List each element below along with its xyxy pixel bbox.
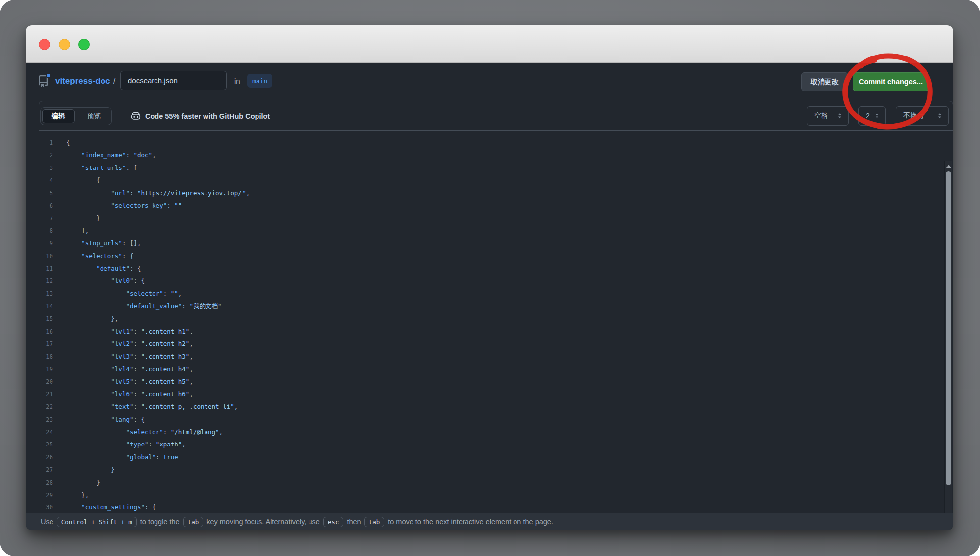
keyboard-shortcut-chip: esc (323, 517, 344, 527)
line-number: 23 (39, 413, 53, 426)
branch-badge[interactable]: main (247, 74, 272, 88)
code-line: 2 "index_name": "doc", (39, 149, 953, 161)
notification-dot (46, 73, 51, 78)
code-line: 4 { (39, 174, 953, 186)
line-number: 9 (39, 237, 53, 249)
code-lines: 1{2 "index_name": "doc",3 "start_urls": … (39, 131, 953, 526)
code-line: 9 "stop_urls": [], (39, 237, 953, 249)
edit-preview-tabs: 编辑 预览 (40, 107, 112, 125)
code-line: 13 "selector": "", (39, 287, 953, 300)
code-line: 6 "selectors_key": "" (39, 199, 953, 212)
line-number: 14 (39, 300, 53, 312)
line-number: 19 (39, 363, 53, 375)
close-window-button[interactable] (39, 39, 50, 50)
code-line: 19 "lvl4": ".content h4", (39, 363, 953, 375)
code-line: 28 } (39, 476, 953, 489)
line-number: 11 (39, 262, 53, 275)
code-line: 1{ (39, 136, 953, 149)
indent-mode-select[interactable]: 空格 (807, 106, 849, 126)
sort-arrows-icon (936, 112, 943, 119)
hint-text: to toggle the (140, 518, 180, 526)
hint-text: key moving focus. Alternatively, use (206, 518, 320, 526)
line-number: 16 (39, 325, 53, 337)
code-line: 30 "custom_settings": { (39, 501, 953, 513)
line-number: 20 (39, 375, 53, 388)
line-number: 17 (39, 337, 53, 350)
code-line: 22 "text": ".content p, .content li", (39, 400, 953, 413)
line-number: 24 (39, 426, 53, 438)
code-line: 17 "lvl2": ".content h2", (39, 337, 953, 350)
hint-text: to move to the next interactive element … (388, 518, 553, 526)
keyboard-shortcut-chip: tab (364, 517, 385, 527)
line-number: 22 (39, 400, 53, 413)
copilot-icon (130, 111, 141, 122)
code-line: 25 "type": "xpath", (39, 438, 953, 450)
code-line: 27 } (39, 463, 953, 476)
code-line: 8 ], (39, 224, 953, 237)
code-line: 29 }, (39, 489, 953, 501)
line-number: 12 (39, 275, 53, 287)
indent-size-select[interactable]: 2 (858, 106, 886, 126)
line-number: 7 (39, 212, 53, 224)
browser-window: vitepress-doc / in main 取消更改 Commit chan… (26, 25, 953, 530)
keyboard-shortcut-chip: tab (183, 517, 204, 527)
line-wrap-select[interactable]: 不换行 (896, 106, 949, 126)
editor-toolbar: 编辑 预览 Code 55% faster with GitHub Copilo… (39, 101, 953, 131)
hint-text: Use (41, 518, 53, 526)
line-number: 21 (39, 388, 53, 400)
editor-scrollbar[interactable] (944, 161, 952, 530)
sort-arrows-icon (836, 112, 843, 119)
line-number: 15 (39, 312, 53, 325)
indent-size-value: 2 (866, 112, 870, 120)
line-number: 2 (39, 149, 53, 161)
line-number: 10 (39, 250, 53, 262)
code-line: 23 "lang": { (39, 413, 953, 426)
indent-mode-value: 空格 (814, 111, 828, 120)
code-line: 11 "default": { (39, 262, 953, 275)
line-wrap-value: 不换行 (903, 111, 924, 120)
line-number: 8 (39, 224, 53, 237)
code-line: 14 "default_value": "我的文档" (39, 300, 953, 312)
line-number: 4 (39, 174, 53, 186)
repo-icon (37, 75, 49, 87)
code-line: 12 "lvl0": { (39, 275, 953, 287)
in-label: in (234, 76, 240, 86)
keyboard-shortcut-chip: Control + Shift + m (57, 517, 137, 527)
code-line: 26 "global": true (39, 451, 953, 463)
repo-name-link[interactable]: vitepress-doc (55, 76, 110, 87)
copilot-banner[interactable]: Code 55% faster with GitHub Copilot (130, 107, 270, 125)
code-line: 15 }, (39, 312, 953, 325)
line-number: 27 (39, 463, 53, 476)
copilot-banner-text: Code 55% faster with GitHub Copilot (145, 112, 270, 120)
code-line: 21 "lvl6": ".content h6", (39, 388, 953, 400)
hint-text: then (347, 518, 361, 526)
scroll-up-arrow[interactable] (946, 165, 951, 168)
window-titlebar (26, 25, 953, 63)
line-number: 30 (39, 501, 53, 513)
code-line: 7 } (39, 212, 953, 224)
line-number: 6 (39, 199, 53, 212)
code-line: 5 "url": "https://vitepress.yiov.top/", (39, 187, 953, 199)
cancel-changes-button[interactable]: 取消更改 (801, 72, 848, 91)
filename-input[interactable] (120, 71, 227, 90)
path-separator: / (113, 76, 115, 87)
scrollbar-thumb[interactable] (946, 171, 951, 485)
commit-changes-button[interactable]: Commit changes... (853, 72, 928, 91)
line-number: 18 (39, 350, 53, 363)
line-number: 25 (39, 438, 53, 450)
code-line: 3 "start_urls": [ (39, 162, 953, 174)
maximize-window-button[interactable] (78, 39, 90, 50)
code-line: 24 "selector": "/html/@lang", (39, 426, 953, 438)
screenshot-backdrop: vitepress-doc / in main 取消更改 Commit chan… (0, 0, 980, 556)
code-line: 10 "selectors": { (39, 250, 953, 262)
line-number: 26 (39, 451, 53, 463)
tab-preview[interactable]: 预览 (78, 109, 110, 123)
tab-edit[interactable]: 编辑 (42, 109, 75, 123)
line-number: 3 (39, 162, 53, 174)
code-editor[interactable]: 1{2 "index_name": "doc",3 "start_urls": … (39, 131, 953, 530)
sort-arrows-icon (874, 112, 880, 119)
accessibility-hint-bar: UseControl + Shift + mto toggle thetabke… (26, 513, 953, 530)
code-line: 16 "lvl1": ".content h1", (39, 325, 953, 337)
minimize-window-button[interactable] (59, 39, 70, 50)
line-number: 1 (39, 136, 53, 149)
